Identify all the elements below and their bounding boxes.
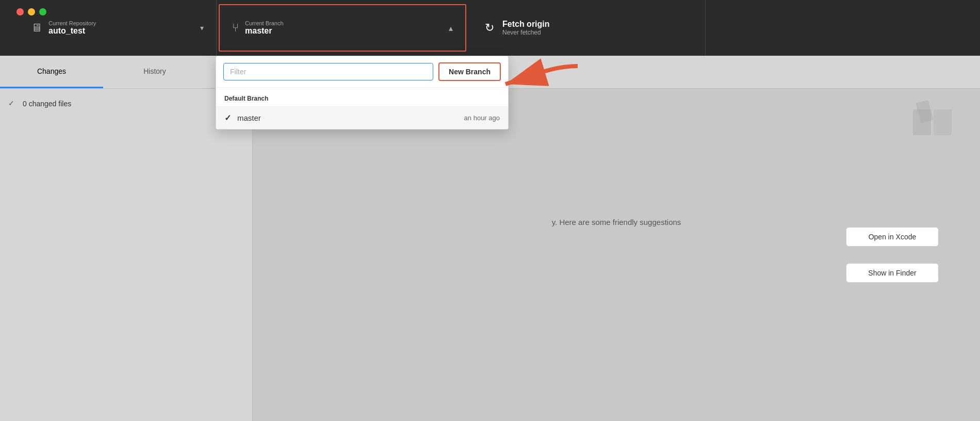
filter-input[interactable] [223,63,433,80]
fetch-origin-button[interactable]: ↻ Fetch origin Never fetched [468,0,706,56]
toolbar: 🖥 Current Repository auto_test ▾ ⑂ Curre… [0,0,980,56]
branch-icon: ⑂ [232,21,239,35]
book-illustration [908,99,959,140]
open-in-xcode-button[interactable]: Open in Xcode [846,227,939,247]
changed-files-row: ✓ 0 changed files [0,95,252,112]
branch-item-name: master [237,114,464,122]
maximize-button[interactable] [39,8,46,15]
changed-files-label: 0 changed files [23,100,71,108]
branch-active-check: ✓ [224,113,231,123]
dropdown-header: New Branch [216,56,508,88]
close-button[interactable] [17,8,24,15]
repo-label: Current Repository [48,20,96,26]
suggestions-text: y. Here are some friendly suggestions [552,217,681,226]
checkbox-icon: ✓ [8,99,18,108]
tab-changes[interactable]: Changes [0,56,103,88]
traffic-lights [8,8,55,15]
monitor-icon: 🖥 [31,21,42,35]
fetch-info: Fetch origin Never fetched [502,20,550,36]
new-branch-button[interactable]: New Branch [438,62,501,81]
refresh-icon: ↻ [485,21,494,35]
branch-info: Current Branch master [245,20,284,36]
current-branch-button[interactable]: ⑂ Current Branch master ▴ [219,4,466,52]
left-panel: ✓ 0 changed files [0,89,253,421]
right-panel: y. Here are some friendly suggestions Op… [253,89,980,421]
title-bar: 🖥 Current Repository auto_test ▾ ⑂ Curre… [0,0,980,56]
branch-item-time: an hour ago [464,114,500,122]
branch-name: master [245,26,284,36]
branch-dropdown: New Branch Default Branch ✓ master an ho… [216,56,509,129]
tab-history-label: History [143,67,166,75]
main-area: ✓ 0 changed files y. Here are some frien… [0,89,980,421]
tab-history[interactable]: History [103,56,206,88]
tab-changes-label: Changes [37,67,66,75]
branch-item-master[interactable]: ✓ master an hour ago [216,106,508,129]
minimize-button[interactable] [28,8,35,15]
repo-name: auto_test [48,26,96,36]
default-branch-label: Default Branch [216,88,508,106]
chevron-down-icon: ▾ [200,24,204,32]
show-in-finder-button[interactable]: Show in Finder [846,263,939,283]
fetch-title: Fetch origin [502,20,550,29]
chevron-up-icon: ▴ [449,23,453,33]
repo-info: Current Repository auto_test [48,20,96,36]
branch-label: Current Branch [245,20,284,26]
fetch-subtitle: Never fetched [502,29,550,36]
svg-rect-1 [934,109,952,135]
